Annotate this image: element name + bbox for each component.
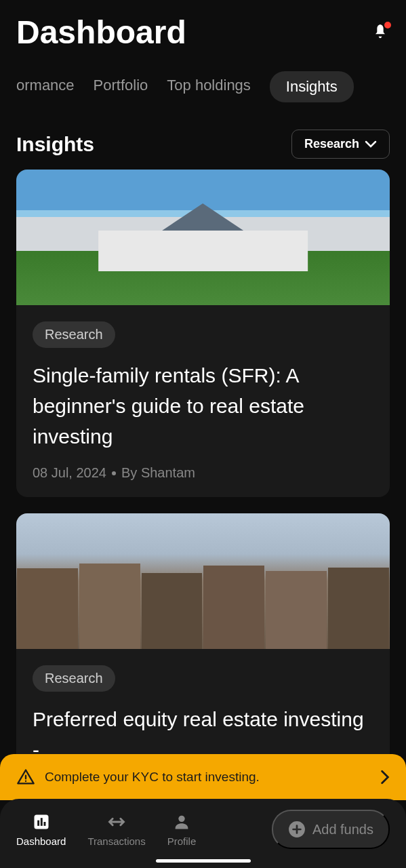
nav-transactions[interactable]: Transactions [87,812,145,847]
svg-rect-1 [37,820,39,825]
bottom-navigation: Dashboard Transactions Profile Add funds [0,799,406,868]
section-title: Insights [16,133,94,156]
home-indicator[interactable] [156,859,251,863]
warning-icon [16,768,35,787]
article-image [16,513,390,649]
tabs-container: ormance Portfolio Top holdings Insights [0,60,406,113]
add-funds-label: Add funds [312,822,373,837]
notification-button[interactable] [371,23,390,42]
profile-icon [172,812,191,831]
nav-label: Transactions [87,835,145,847]
tab-insights[interactable]: Insights [270,71,354,102]
svg-rect-3 [43,822,45,826]
nav-items: Dashboard Transactions Profile [16,812,196,847]
filter-button[interactable]: Research [291,130,390,159]
article-tag: Research [33,321,115,348]
transactions-icon [107,812,126,831]
article-card[interactable]: Research Single-family rentals (SFR): A … [16,170,390,497]
article-tag: Research [33,665,115,692]
nav-label: Profile [167,835,197,847]
chevron-down-icon [365,140,377,149]
notification-badge [384,22,391,28]
article-meta: 08 Jul, 2024 By Shantam [33,465,373,481]
article-author: By Shantam [121,465,195,481]
nav-label: Dashboard [16,835,66,847]
plus-circle-icon [288,821,306,838]
article-date: 08 Jul, 2024 [33,465,106,481]
article-image [16,170,390,305]
article-content: Research Single-family rentals (SFR): A … [16,305,390,497]
svg-point-4 [178,815,184,821]
chevron-right-icon [380,770,390,785]
nav-profile[interactable]: Profile [167,812,197,847]
tab-performance[interactable]: ormance [16,71,75,102]
article-title: Single-family rentals (SFR): A beginner'… [33,360,373,452]
svg-rect-2 [41,818,43,826]
tab-portfolio[interactable]: Portfolio [94,71,148,102]
article-card[interactable]: Research Preferred equity real estate in… [16,513,390,795]
meta-separator [112,471,116,475]
tab-top-holdings[interactable]: Top holdings [167,71,251,102]
kyc-text: Complete your KYC to start investing. [45,770,260,785]
dashboard-icon [32,812,51,831]
filter-label: Research [304,137,359,151]
kyc-content: Complete your KYC to start investing. [16,768,260,787]
add-funds-button[interactable]: Add funds [272,810,390,849]
page-title: Dashboard [16,14,186,51]
nav-dashboard[interactable]: Dashboard [16,812,66,847]
section-header: Insights Research [0,113,406,170]
kyc-banner[interactable]: Complete your KYC to start investing. [0,754,406,800]
header: Dashboard [0,0,406,60]
